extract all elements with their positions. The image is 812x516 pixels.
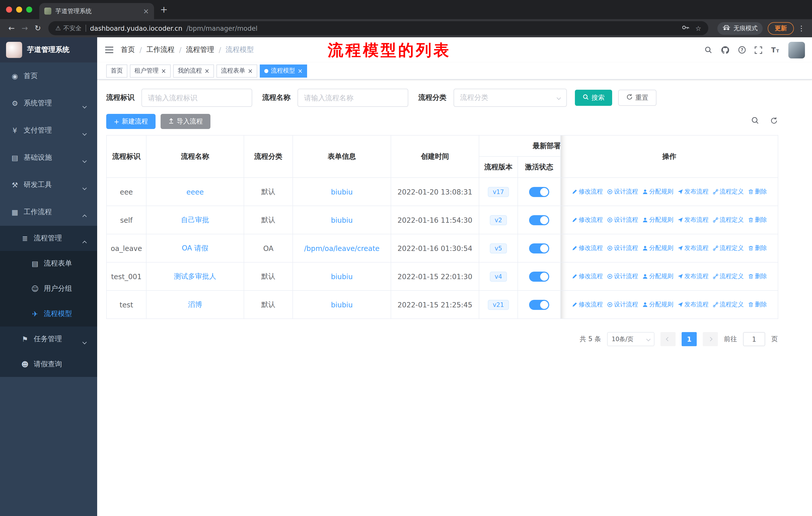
tag-首页[interactable]: 首页 [106,64,127,77]
process-name-link[interactable]: 测试多审批人 [174,272,216,280]
tag-我的流程[interactable]: 我的流程× [173,64,214,77]
toggle-search-icon[interactable] [751,116,759,127]
form-info-link[interactable]: biubiu [331,188,353,196]
goto-page-input[interactable] [743,332,765,346]
sidebar-item-工作流程[interactable]: ▦工作流程 [0,198,97,226]
delete-link[interactable]: 删除 [748,272,767,281]
form-info-link[interactable]: /bpm/oa/leave/create [304,244,380,252]
github-icon[interactable] [721,46,729,54]
edit-link[interactable]: 修改流程 [572,244,603,252]
tag-流程表单[interactable]: 流程表单× [216,64,257,77]
user-avatar[interactable] [788,42,805,58]
key-icon[interactable] [682,24,689,33]
process-definition-link[interactable]: 流程定义 [713,272,744,281]
activation-toggle[interactable] [529,243,549,253]
security-warning[interactable]: ⚠ 不安全 [55,24,82,32]
tag-租户管理[interactable]: 租户管理× [130,64,171,77]
page-size-select[interactable]: 10条/页 [607,332,655,346]
prev-page-button[interactable] [661,332,675,346]
sidebar-logo[interactable]: 芋道管理系统 [0,37,97,62]
delete-link[interactable]: 删除 [748,300,767,309]
activation-toggle[interactable] [529,271,549,281]
next-page-button[interactable] [703,332,718,346]
reload-icon[interactable]: ↻ [31,24,44,33]
page-number-button[interactable]: 1 [682,332,697,346]
process-definition-link[interactable]: 流程定义 [713,216,744,224]
design-link[interactable]: 设计流程 [607,187,638,196]
browser-update-button[interactable]: 更新 [768,22,794,34]
browser-menu-icon[interactable]: ⋮ [798,24,805,32]
process-name-link[interactable]: 滔博 [188,300,202,308]
assign-rules-link[interactable]: 分配规则 [642,244,673,252]
tag-流程模型[interactable]: 流程模型× [260,64,307,77]
process-name-input[interactable] [297,89,408,107]
publish-link[interactable]: 发布流程 [677,272,708,281]
sidebar-item-用户分组[interactable]: ☺用户分组 [0,276,97,301]
hamburger-icon[interactable] [105,46,114,54]
edit-link[interactable]: 修改流程 [572,300,603,309]
sidebar-item-流程表单[interactable]: ▤流程表单 [0,251,97,276]
form-info-link[interactable]: biubiu [331,301,353,309]
import-process-button[interactable]: 导入流程 [161,114,210,129]
search-icon[interactable] [704,46,712,54]
process-definition-link[interactable]: 流程定义 [713,244,744,252]
process-definition-link[interactable]: 流程定义 [713,187,744,196]
tab-close-icon[interactable]: × [143,7,149,15]
sidebar-item-流程管理[interactable]: ≣流程管理 [0,226,97,251]
assign-rules-link[interactable]: 分配规则 [642,216,673,224]
delete-link[interactable]: 删除 [748,187,767,196]
activation-toggle[interactable] [529,187,549,197]
search-button[interactable]: 搜索 [575,90,612,106]
reset-button[interactable]: 重置 [618,90,657,106]
process-category-select[interactable]: 流程分类 [454,89,567,107]
sidebar-item-研发工具[interactable]: ⚒研发工具 [0,171,97,198]
delete-link[interactable]: 删除 [748,216,767,224]
close-window-button[interactable] [6,6,12,12]
help-icon[interactable]: ? [738,46,746,54]
maximize-window-button[interactable] [26,6,32,12]
activation-toggle[interactable] [529,300,549,310]
minimize-window-button[interactable] [16,6,22,12]
font-size-icon[interactable]: TT [771,46,780,54]
create-process-button[interactable]: + 新建流程 [106,114,155,129]
publish-link[interactable]: 发布流程 [677,187,708,196]
form-info-link[interactable]: biubiu [331,216,353,224]
form-info-link[interactable]: biubiu [331,272,353,280]
tag-close-icon[interactable]: × [204,68,209,74]
process-definition-link[interactable]: 流程定义 [713,300,744,309]
design-link[interactable]: 设计流程 [607,272,638,281]
sidebar-item-请假查询[interactable]: ☻请假查询 [0,352,97,377]
assign-rules-link[interactable]: 分配规则 [642,300,673,309]
breadcrumb-item[interactable]: 首页 [121,45,135,54]
forward-icon[interactable]: → [18,24,31,33]
tag-close-icon[interactable]: × [248,68,253,74]
activation-toggle[interactable] [529,215,549,225]
publish-link[interactable]: 发布流程 [677,300,708,309]
design-link[interactable]: 设计流程 [607,300,638,309]
sidebar-item-流程模型[interactable]: ✈流程模型 [0,301,97,327]
breadcrumb-item[interactable]: 工作流程 [146,45,174,54]
tag-close-icon[interactable]: × [161,68,166,74]
sidebar-item-支付管理[interactable]: ¥支付管理 [0,117,97,144]
refresh-table-icon[interactable] [770,117,778,126]
edit-link[interactable]: 修改流程 [572,187,603,196]
design-link[interactable]: 设计流程 [607,216,638,224]
sidebar-item-首页[interactable]: ◉首页 [0,62,97,90]
process-id-input[interactable] [141,89,252,107]
publish-link[interactable]: 发布流程 [677,216,708,224]
process-name-link[interactable]: OA 请假 [182,244,208,252]
assign-rules-link[interactable]: 分配规则 [642,187,673,196]
tag-close-icon[interactable]: × [297,68,302,74]
process-name-link[interactable]: 自己审批 [181,215,209,223]
assign-rules-link[interactable]: 分配规则 [642,272,673,281]
edit-link[interactable]: 修改流程 [572,216,603,224]
process-name-link[interactable]: eeee [186,188,204,196]
sidebar-item-任务管理[interactable]: ⚑任务管理 [0,327,97,352]
fullscreen-icon[interactable] [755,46,762,54]
new-tab-button[interactable]: + [160,5,168,14]
browser-tab[interactable]: 芋道管理系统 × [39,3,154,19]
sidebar-item-系统管理[interactable]: ⚙系统管理 [0,90,97,117]
breadcrumb-item[interactable]: 流程管理 [186,45,214,54]
delete-link[interactable]: 删除 [748,244,767,252]
edit-link[interactable]: 修改流程 [572,272,603,281]
